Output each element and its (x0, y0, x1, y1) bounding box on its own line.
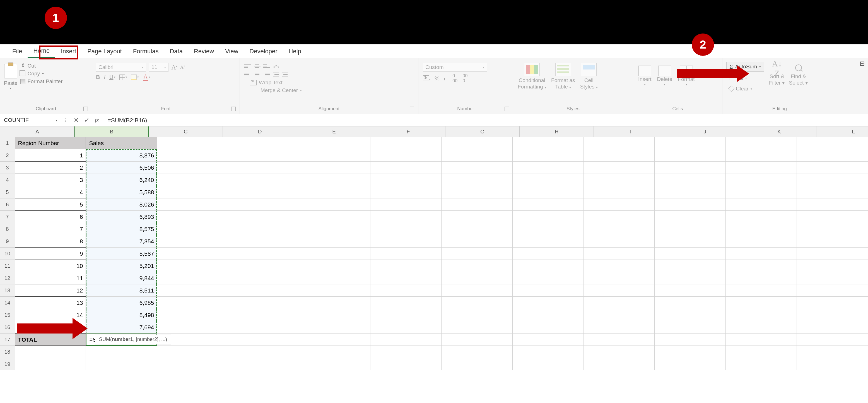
cell-J[interactable] (655, 297, 726, 309)
column-header-H[interactable]: H (520, 126, 594, 137)
comma-button[interactable] (443, 74, 447, 83)
cell-F[interactable] (370, 248, 441, 260)
underline-button[interactable]: U▾ (109, 74, 116, 80)
cell-D[interactable] (228, 309, 299, 321)
cell-b18[interactable] (86, 346, 157, 358)
cell-b14[interactable]: 6,985 (86, 297, 157, 309)
cell-E[interactable] (299, 284, 370, 297)
cell-a2[interactable]: 1 (15, 149, 86, 162)
cell-K[interactable] (726, 149, 797, 162)
row-header-15[interactable]: 15 (0, 309, 15, 321)
row-header-4[interactable]: 4 (0, 174, 15, 186)
cell-F[interactable] (370, 137, 441, 149)
cell-L[interactable] (797, 297, 868, 309)
cell-H[interactable] (513, 358, 584, 370)
cell-D[interactable] (228, 260, 299, 272)
cell-H[interactable] (513, 211, 584, 223)
cell-H[interactable] (513, 284, 584, 297)
cell-H[interactable] (513, 260, 584, 272)
cell-J[interactable] (655, 223, 726, 235)
format-as-table-button[interactable]: Format asTable ▾ (551, 63, 575, 90)
cell-C[interactable] (157, 346, 228, 358)
cell-G[interactable] (441, 321, 513, 334)
cell-H[interactable] (513, 346, 584, 358)
cell-D[interactable] (228, 346, 299, 358)
row-header-12[interactable]: 12 (0, 272, 15, 284)
cell-K[interactable] (726, 272, 797, 284)
cell-G[interactable] (441, 235, 513, 248)
accounting-format-button[interactable]: ▾ (423, 75, 431, 82)
cell-I[interactable] (584, 137, 655, 149)
font-name-dropdown[interactable]: Calibri▾ (96, 63, 146, 72)
cell-I[interactable] (584, 284, 655, 297)
column-header-C[interactable]: C (149, 126, 223, 137)
cell-E[interactable] (299, 137, 370, 149)
cell-G[interactable] (441, 223, 513, 235)
cell-F[interactable] (370, 260, 441, 272)
cell-I[interactable] (584, 186, 655, 198)
cell-F[interactable] (370, 198, 441, 211)
cell-H[interactable] (513, 248, 584, 260)
cell-D[interactable] (228, 186, 299, 198)
cell-a5[interactable]: 4 (15, 186, 86, 198)
cell-I[interactable] (584, 297, 655, 309)
align-top-button[interactable] (244, 63, 251, 69)
cell-J[interactable] (655, 309, 726, 321)
cell-J[interactable] (655, 272, 726, 284)
cell-C[interactable] (157, 174, 228, 186)
decrease-indent-button[interactable] (273, 72, 279, 77)
tab-help[interactable]: Help (283, 45, 307, 58)
cell-K[interactable] (726, 321, 797, 334)
cell-I[interactable] (584, 174, 655, 186)
name-box[interactable]: COUNTIF▾ (0, 114, 61, 126)
row-header-8[interactable]: 8 (0, 223, 15, 235)
cell-K[interactable] (726, 358, 797, 370)
cell-C[interactable] (157, 297, 228, 309)
cell-J[interactable] (655, 284, 726, 297)
sort-filter-button[interactable]: A↓ZSort &Filter ▾ (769, 62, 785, 105)
row-header-14[interactable]: 14 (0, 297, 15, 309)
column-header-A[interactable]: A (0, 126, 74, 137)
cell-D[interactable] (228, 358, 299, 370)
cell-L[interactable] (797, 137, 868, 149)
cell-K[interactable] (726, 260, 797, 272)
cell-L[interactable] (797, 260, 868, 272)
cell-K[interactable] (726, 334, 797, 346)
cell-F[interactable] (370, 358, 441, 370)
cell-I[interactable] (584, 235, 655, 248)
row-header-16[interactable]: 16 (0, 321, 15, 334)
cell-D[interactable] (228, 321, 299, 334)
cell-K[interactable] (726, 235, 797, 248)
cell-C[interactable] (157, 260, 228, 272)
fill-color-button[interactable]: ▾ (131, 75, 139, 80)
insert-cells-button[interactable]: Insert▾ (638, 63, 652, 105)
insert-function-button[interactable]: fx (95, 117, 99, 123)
merge-center-button[interactable]: Merge & Center▾ (250, 87, 414, 93)
cell-D[interactable] (228, 284, 299, 297)
cell-H[interactable] (513, 198, 584, 211)
cell-H[interactable] (513, 223, 584, 235)
cell-F[interactable] (370, 309, 441, 321)
cell-I[interactable] (584, 248, 655, 260)
tab-file[interactable]: File (7, 45, 28, 58)
cell-K[interactable] (726, 223, 797, 235)
cell-a13[interactable]: 12 (15, 284, 86, 297)
cell-G[interactable] (441, 186, 513, 198)
cell-D[interactable] (228, 211, 299, 223)
cell-F[interactable] (370, 174, 441, 186)
cell-F[interactable] (370, 235, 441, 248)
cell-L[interactable] (797, 321, 868, 334)
dialog-launcher-icon[interactable] (84, 107, 88, 111)
cell-a14[interactable]: 13 (15, 297, 86, 309)
delete-cells-button[interactable]: Delete▾ (657, 63, 673, 105)
cell-E[interactable] (299, 198, 370, 211)
increase-decimal-button[interactable]: .0.00 (451, 74, 458, 83)
cell-b1-header[interactable]: Sales (86, 137, 157, 149)
cell-I[interactable] (584, 162, 655, 174)
cell-E[interactable] (299, 260, 370, 272)
cell-F[interactable] (370, 186, 441, 198)
cell-J[interactable] (655, 334, 726, 346)
cell-a18[interactable] (15, 346, 86, 358)
tab-view[interactable]: View (219, 45, 244, 58)
row-header-6[interactable]: 6 (0, 198, 15, 211)
